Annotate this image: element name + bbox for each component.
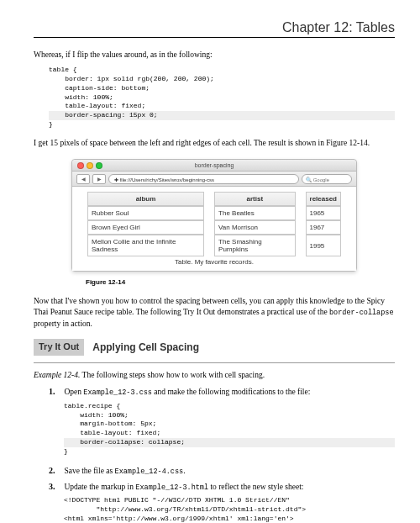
close-icon (77, 162, 84, 169)
try-it-out-header: Try It Out Applying Cell Spacing (34, 339, 395, 356)
table-caption: Table. My favorite records. (77, 256, 351, 266)
step-1: 1. Open Example_12-3.css and make the fo… (49, 386, 395, 457)
paragraph-3: Now that I've shown you how to control t… (34, 296, 395, 330)
th-artist: artist (214, 192, 295, 206)
paragraph-2: I get 15 pixels of space between the lef… (34, 138, 395, 149)
browser-toolbar: ◀ ▶ ✚ file:///Users/richy/Sites/wrox/beg… (72, 172, 356, 187)
example-line: Example 12-4. The following steps show h… (34, 370, 395, 381)
step-3: 3. Update the markup in Example_12-3.htm… (49, 481, 395, 523)
browser-titlebar: border-spacing (72, 160, 356, 172)
code-block-3: <!DOCTYPE html PUBLIC "-//W3C//DTD XHTML… (64, 496, 395, 523)
browser-viewport: album artist released Rubber Soul The Be… (72, 187, 356, 271)
browser-title: border-spacing (195, 162, 234, 168)
chapter-heading: Chapter 12: Tables (34, 20, 395, 35)
minimize-icon (87, 162, 93, 169)
th-released: released (306, 192, 341, 206)
table-row: Mellon Collie and the Infinite Sadness T… (87, 235, 341, 256)
figure-label: Figure 12-14 (86, 278, 395, 286)
code-block-2: table.recipe { width: 100%; margin-botto… (64, 402, 395, 457)
browser-window: border-spacing ◀ ▶ ✚ file:///Users/richy… (71, 159, 357, 272)
forward-button: ▶ (92, 174, 106, 184)
url-bar: ✚ file:///Users/richy/Sites/wrox/beginni… (108, 174, 299, 184)
zoom-icon (96, 162, 102, 169)
table-row: Rubber Soul The Beatles 1965 (87, 206, 341, 220)
step-2: 2. Save the file as Example_12-4.css. (49, 465, 395, 478)
code-block-1: table { border: 1px solid rgb(200, 200, … (49, 66, 395, 129)
th-album: album (87, 192, 204, 206)
table-row: Brown Eyed Girl Van Morrison 1967 (87, 220, 341, 235)
search-bar: 🔍 Google (302, 174, 352, 184)
back-button: ◀ (76, 174, 90, 184)
paragraph-1: Whereas, if I flip the values around, as… (34, 50, 395, 61)
try-it-out-badge: Try It Out (34, 339, 84, 356)
sample-table: album artist released Rubber Soul The Be… (77, 192, 351, 256)
try-it-out-title: Applying Cell Spacing (84, 339, 207, 356)
figure-12-14: border-spacing ◀ ▶ ✚ file:///Users/richy… (71, 159, 357, 272)
chapter-rule (34, 37, 395, 38)
